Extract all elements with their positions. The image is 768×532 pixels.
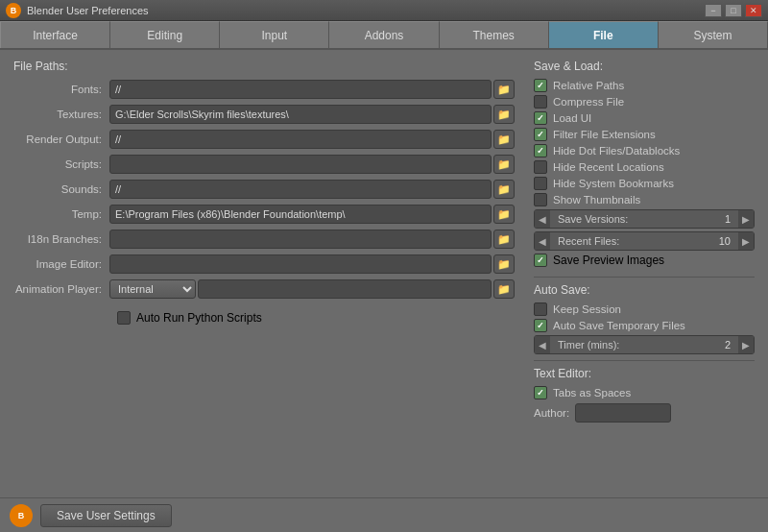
minimize-button[interactable]: − [705,4,722,17]
field-input-6[interactable] [109,230,492,249]
checkbox-label-save-load-checkboxes-3: Filter File Extensions [553,129,656,140]
field-input-0[interactable] [109,80,492,99]
save-versions-label: Save Versions: [550,213,717,225]
tab-addons[interactable]: Addons [329,21,439,48]
checkbox-label-auto-save-checkboxes-0: Keep Session [553,303,621,315]
tabs-bar: InterfaceEditingInputAddonsThemesFileSys… [0,21,768,50]
main-content: File Paths: Fonts:📁Textures:📁Render Outp… [0,50,768,497]
save-preview-row: Save Preview Images [534,254,755,267]
tab-input[interactable]: Input [220,21,329,48]
field-input-wrap-4: 📁 [109,180,515,199]
author-input[interactable] [575,403,671,423]
checkbox-save-load-checkboxes-0[interactable] [534,79,547,92]
save-load-title: Save & Load: [534,60,755,73]
timer-value: 2 [717,339,738,351]
bottom-bar: B Save User Settings [0,497,768,532]
checkbox-text-editor-checkboxes-0[interactable] [534,386,547,399]
checkbox-auto-save-checkboxes-1[interactable] [534,319,547,332]
checkbox-row-save-load-checkboxes-4: Hide Dot Files/Datablocks [534,144,755,157]
checkbox-label-save-load-checkboxes-0: Relative Paths [553,80,624,91]
field-input-1[interactable] [109,105,492,124]
timer-right-arrow[interactable]: ▶ [738,335,754,354]
timer-stepper[interactable]: ◀ Timer (mins): 2 ▶ [534,335,755,354]
tab-system[interactable]: System [659,21,768,48]
field-input-5[interactable] [109,205,492,224]
folder-button-1[interactable]: 📁 [493,105,515,124]
save-versions-stepper[interactable]: ◀ Save Versions: 1 ▶ [534,209,755,229]
checkbox-save-load-checkboxes-6[interactable] [534,177,547,190]
recent-files-right-arrow[interactable]: ▶ [738,231,754,251]
checkbox-row-save-load-checkboxes-7: Show Thumbnails [534,193,755,206]
field-label-4: Sounds: [13,183,109,195]
field-input-2[interactable] [109,130,492,149]
recent-files-value: 10 [711,235,738,247]
checkbox-label-save-load-checkboxes-7: Show Thumbnails [553,194,640,206]
tab-interface[interactable]: Interface [0,21,110,48]
save-preview-checkbox[interactable] [534,254,547,267]
folder-button-5[interactable]: 📁 [493,205,515,224]
field-input-7[interactable] [109,254,492,274]
field-input-wrap-3: 📁 [109,155,515,174]
text-editor-title: Text Editor: [534,367,755,380]
tab-file[interactable]: File [549,21,659,48]
field-row-4: Sounds:📁 [13,179,515,200]
save-versions-left-arrow[interactable]: ◀ [535,209,550,229]
tab-editing[interactable]: Editing [110,21,220,48]
divider [534,277,755,278]
checkbox-save-load-checkboxes-7[interactable] [534,193,547,206]
field-input-3[interactable] [109,155,492,174]
auto-run-scripts-checkbox[interactable] [117,311,131,325]
folder-button-3[interactable]: 📁 [493,155,515,174]
maximize-button[interactable]: □ [725,4,742,17]
animation-player-dropdown[interactable]: Internal [109,279,196,299]
checkbox-save-load-checkboxes-5[interactable] [534,160,547,174]
checkbox-row-text-editor-checkboxes-0: Tabs as Spaces [534,386,755,399]
timer-row: ◀ Timer (mins): 2 ▶ [534,335,755,354]
checkbox-save-load-checkboxes-2[interactable] [534,111,547,125]
checkbox-row-auto-save-checkboxes-0: Keep Session [534,302,755,316]
recent-files-stepper[interactable]: ◀ Recent Files: 10 ▶ [534,231,755,251]
author-row: Author: [534,403,755,423]
checkbox-save-load-checkboxes-1[interactable] [534,95,547,109]
field-row-7: Image Editor:📁 [13,254,515,275]
checkbox-label-save-load-checkboxes-5: Hide Recent Locations [553,161,664,173]
checkbox-auto-save-checkboxes-0[interactable] [534,302,547,316]
folder-button-7[interactable]: 📁 [493,254,515,274]
field-input-8[interactable] [198,279,492,299]
title-bar: B Blender User Preferences − □ ✕ [0,0,768,21]
app-icon: B [6,3,21,18]
field-label-3: Scripts: [13,158,109,170]
auto-save-title: Auto Save: [534,283,755,297]
folder-button-6[interactable]: 📁 [493,230,515,249]
save-settings-button[interactable]: Save User Settings [40,504,172,527]
recent-files-left-arrow[interactable]: ◀ [535,231,550,251]
checkbox-row-auto-save-checkboxes-1: Auto Save Temporary Files [534,319,755,332]
folder-button-2[interactable]: 📁 [493,130,515,149]
save-preview-label: Save Preview Images [553,254,664,267]
bottom-logo: B [10,504,33,527]
field-label-6: I18n Branches: [13,233,109,245]
folder-button-0[interactable]: 📁 [493,80,515,99]
field-label-0: Fonts: [13,84,109,95]
checkbox-label-text-editor-checkboxes-0: Tabs as Spaces [553,387,631,399]
checkbox-save-load-checkboxes-4[interactable] [534,144,547,157]
left-panel: File Paths: Fonts:📁Textures:📁Render Outp… [13,60,515,488]
checkbox-save-load-checkboxes-3[interactable] [534,128,547,141]
timer-left-arrow[interactable]: ◀ [535,335,550,354]
checkbox-label-auto-save-checkboxes-1: Auto Save Temporary Files [553,320,685,331]
field-label-5: Temp: [13,208,109,220]
recent-files-row: ◀ Recent Files: 10 ▶ [534,231,755,251]
divider2 [534,360,755,361]
field-input-wrap-8: Internal📁 [109,279,515,299]
timer-label: Timer (mins): [550,339,717,351]
checkbox-row-save-load-checkboxes-3: Filter File Extensions [534,128,755,141]
field-input-wrap-2: 📁 [109,130,515,149]
folder-button-4[interactable]: 📁 [493,180,515,199]
save-versions-right-arrow[interactable]: ▶ [738,209,754,229]
folder-button-8[interactable]: 📁 [493,279,515,299]
tab-themes[interactable]: Themes [440,21,549,48]
save-versions-row: ◀ Save Versions: 1 ▶ [534,209,755,229]
field-input-4[interactable] [109,180,492,199]
field-row-0: Fonts:📁 [13,79,515,100]
close-button[interactable]: ✕ [745,4,762,17]
